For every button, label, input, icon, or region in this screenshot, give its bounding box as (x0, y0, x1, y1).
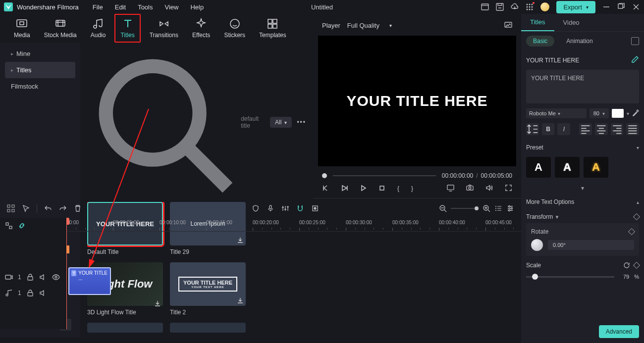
tl-grid-icon[interactable] (7, 204, 15, 212)
scale-slider[interactable] (526, 276, 614, 278)
maximize-button[interactable] (617, 3, 625, 11)
reset-scale-icon[interactable] (623, 262, 630, 269)
snapshot-icon[interactable] (504, 21, 512, 30)
settings-icon[interactable] (506, 204, 514, 212)
close-button[interactable] (632, 3, 640, 11)
sidebar-item-filmstock[interactable]: Filmstock (5, 78, 75, 95)
align-justify-button[interactable] (626, 123, 639, 135)
keyframe-diamond-icon[interactable] (633, 213, 640, 220)
preset-3[interactable]: A (584, 157, 608, 178)
tab-templates[interactable]: Templates (254, 15, 291, 42)
mute-icon[interactable] (39, 289, 47, 297)
rotate-label: Rotate (531, 228, 548, 235)
mute-icon[interactable] (39, 273, 47, 281)
svg-point-6 (529, 6, 531, 8)
visibility-icon[interactable] (52, 273, 60, 281)
tab-effects[interactable]: Effects (187, 15, 215, 42)
preset-1[interactable]: A (526, 157, 551, 178)
lock-icon[interactable] (26, 289, 34, 297)
preset-section-toggle[interactable]: Preset▾ (526, 141, 639, 154)
playhead[interactable] (66, 218, 67, 329)
fullscreen-icon[interactable] (505, 184, 512, 193)
rotate-keyframe-icon[interactable] (628, 228, 635, 235)
camera-icon[interactable] (466, 184, 474, 193)
marker-icon[interactable] (311, 204, 319, 212)
align-left-button[interactable] (579, 123, 592, 135)
rotate-value-input[interactable]: 0.00° (548, 240, 634, 250)
tab-stock-media[interactable]: Stock Media (39, 15, 82, 42)
more-text-options-toggle[interactable]: More Text Options▴ (526, 194, 639, 208)
sidebar-item-mine[interactable]: ▸Mine (5, 46, 75, 62)
delete-icon[interactable] (74, 204, 82, 212)
mark-out-icon[interactable]: } (411, 185, 413, 192)
preset-2[interactable]: A (555, 157, 580, 178)
align-right-button[interactable] (611, 123, 624, 135)
timeline-clip[interactable]: T YOUR TITLE ... (68, 267, 111, 295)
audio-track-icon[interactable] (5, 289, 13, 297)
apps-icon[interactable] (526, 3, 534, 11)
list-icon[interactable] (494, 204, 502, 212)
prev-frame-icon[interactable] (322, 185, 329, 193)
menu-edit[interactable]: Edit (115, 3, 126, 11)
subtab-basic[interactable]: Basic (526, 36, 554, 47)
color-swatch[interactable] (612, 109, 624, 118)
zoom-out-icon[interactable] (439, 204, 447, 212)
track-toggle-icon[interactable] (5, 222, 13, 230)
cloud-icon[interactable] (511, 3, 519, 11)
menu-tools[interactable]: Tools (138, 3, 153, 11)
rotate-dial[interactable] (531, 239, 543, 251)
rp-tab-video[interactable]: Video (554, 14, 589, 31)
link-icon[interactable] (18, 222, 26, 230)
font-dropdown[interactable]: Roboto Me▾ (526, 108, 587, 118)
title-text-input[interactable]: YOUR TITLE HERE (526, 70, 639, 103)
tab-media[interactable]: Media (9, 15, 35, 42)
sidebar-item-titles[interactable]: ▸Titles (5, 62, 75, 78)
scale-keyframe-icon[interactable] (633, 262, 640, 269)
menu-help[interactable]: Help (190, 3, 204, 11)
lock-icon[interactable] (26, 273, 34, 281)
more-options-icon[interactable]: ••• (297, 119, 306, 126)
mark-in-icon[interactable]: { (397, 185, 399, 192)
zoom-slider[interactable] (451, 208, 479, 209)
export-button[interactable]: Export▾ (556, 1, 595, 13)
show-more-presets[interactable]: ▾ (526, 183, 639, 194)
transform-section[interactable]: Transform ▼ (526, 208, 639, 223)
zoom-in-icon[interactable] (483, 204, 490, 212)
save-preset-icon[interactable] (631, 37, 639, 45)
scrubber-track[interactable] (333, 175, 436, 176)
bold-button[interactable]: B (542, 123, 555, 135)
play-button[interactable] (360, 185, 367, 193)
tab-transitions[interactable]: Transitions (145, 15, 183, 42)
volume-icon[interactable] (485, 184, 493, 193)
save-icon[interactable] (496, 3, 504, 11)
account-avatar[interactable] (540, 2, 549, 11)
search-input[interactable]: default title (87, 48, 265, 197)
redo-icon[interactable] (59, 204, 67, 212)
scrubber-handle[interactable] (322, 173, 327, 178)
minimize-button[interactable] (602, 3, 610, 11)
play-icon[interactable] (341, 185, 348, 193)
tab-audio[interactable]: Audio (86, 15, 111, 42)
timeline-ruler[interactable]: 00:0000:00:05:0000:00:10:0000:00:15:0000… (66, 218, 521, 232)
display-icon[interactable] (447, 184, 454, 193)
eyedropper-icon[interactable] (632, 109, 639, 118)
subtab-animation[interactable]: Animation (559, 36, 599, 47)
align-center-button[interactable] (595, 123, 608, 135)
tl-cursor-icon[interactable] (22, 204, 30, 212)
ai-edit-icon[interactable] (631, 55, 639, 65)
italic-button[interactable]: I (557, 123, 570, 135)
tab-titles[interactable]: Titles (114, 14, 140, 43)
video-track-icon[interactable] (5, 273, 13, 281)
menu-view[interactable]: View (164, 3, 178, 11)
filter-dropdown[interactable]: All▾ (270, 117, 292, 128)
quality-dropdown[interactable]: Full Quality▾ (347, 22, 392, 29)
font-size-dropdown[interactable]: 80▾ (590, 108, 609, 118)
tab-stickers[interactable]: Stickers (219, 15, 250, 42)
line-spacing-button[interactable] (526, 123, 539, 135)
advanced-button[interactable]: Advanced (599, 325, 639, 338)
rp-tab-titles[interactable]: Titles (521, 14, 554, 31)
stop-button[interactable] (378, 185, 385, 193)
layout-icon[interactable] (481, 3, 489, 11)
undo-icon[interactable] (44, 204, 52, 212)
menu-file[interactable]: File (93, 3, 103, 11)
